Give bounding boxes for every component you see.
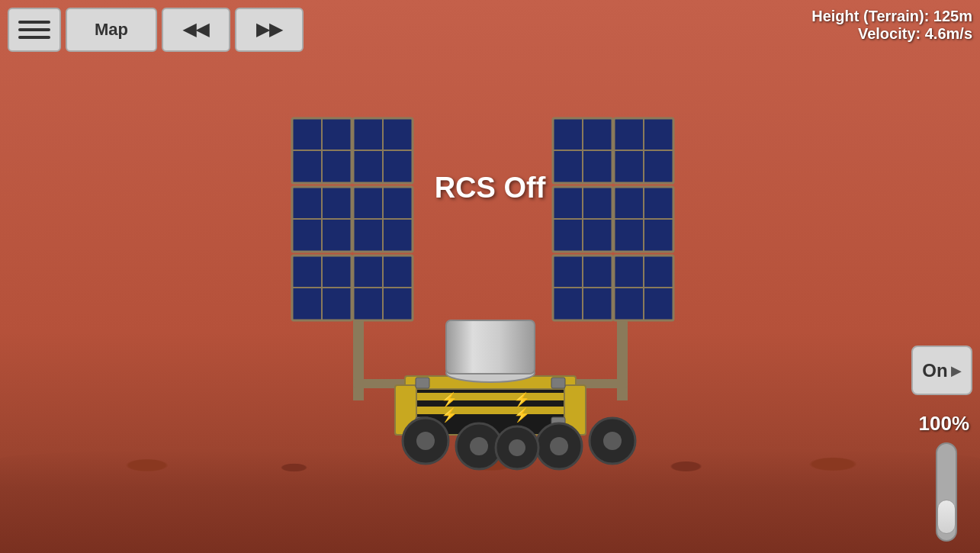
stripe-top [397,393,583,400]
wheel-r2-hub [603,432,622,450]
hud-info: Height (Terrain): 125m Velocity: 4.6m/s [811,8,972,43]
wheel-r1-hub [550,437,568,455]
throttle-slider[interactable] [936,442,957,542]
rewind-button[interactable]: ◀◀ [162,8,230,52]
forward-button[interactable]: ▶▶ [235,8,304,52]
bolt2: ⚡ [513,391,531,408]
rcs-status-label: RCS Off [435,172,546,204]
bolt3: ⚡ [441,407,458,423]
rewind-icon: ◀◀ [183,20,209,40]
wheel-l1-hub [416,432,435,450]
on-button-label: On [922,360,947,381]
wheel-m1-hub [509,439,525,456]
map-button-label: Map [95,20,128,40]
map-button[interactable]: Map [66,8,157,52]
velocity-display: Velocity: 4.6m/s [811,25,972,43]
menu-icon-bar3 [18,36,50,39]
thruster-r1 [551,378,565,388]
toolbar: Map ◀◀ ▶▶ [8,8,304,52]
bolt1: ⚡ [441,391,458,408]
wheel-l2-hub [470,437,488,455]
cylinder-body [446,320,535,374]
rover-scene: ⚡ ⚡ ⚡ ⚡ [277,103,704,484]
menu-icon-bar1 [18,21,50,24]
menu-button[interactable] [8,8,61,52]
percentage-display: 100% [919,412,970,436]
on-button[interactable]: On ▶ [911,346,972,395]
thruster-l1 [416,378,429,388]
menu-icon-bar2 [18,28,50,31]
forward-icon: ▶▶ [256,20,282,40]
slider-thumb[interactable] [937,500,956,534]
bolt4: ⚡ [513,407,531,423]
on-arrow-icon: ▶ [951,362,962,379]
height-display: Height (Terrain): 125m [811,8,972,25]
stripe-bottom [397,407,583,414]
